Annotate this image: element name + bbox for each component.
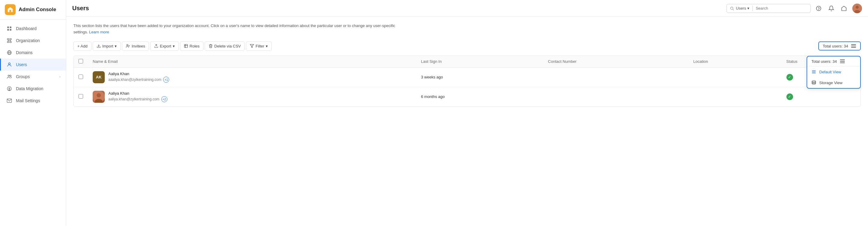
dashboard-icon	[6, 26, 12, 32]
filter-chevron-icon: ▾	[266, 44, 268, 48]
search-icon	[730, 6, 734, 10]
svg-rect-4	[10, 29, 11, 31]
sidebar-item-organization[interactable]: Organization	[0, 35, 66, 47]
row2-contact	[543, 87, 689, 106]
svg-point-40	[812, 80, 816, 82]
sidebar-item-organization-label: Organization	[16, 38, 40, 43]
svg-point-42	[97, 93, 101, 98]
row2-user-email: aaliya.khan@zylkertraining.com +2	[108, 96, 167, 102]
view-menu-button[interactable]	[850, 44, 857, 48]
roles-button[interactable]: Roles	[180, 41, 204, 51]
page-title: Users	[72, 5, 89, 12]
select-all-header[interactable]	[74, 56, 88, 68]
export-icon	[154, 44, 158, 48]
view-dropdown-total-label: Total users: 34	[811, 59, 837, 64]
add-button[interactable]: + Add	[73, 41, 92, 51]
export-button-label: Export	[160, 44, 171, 48]
logo-icon	[5, 4, 16, 15]
sidebar-nav: Dashboard Organization	[0, 20, 66, 226]
sidebar-item-domains-label: Domains	[16, 50, 32, 55]
delete-csv-icon	[209, 44, 213, 48]
row2-location	[688, 87, 781, 106]
search-divider	[752, 6, 753, 11]
view-dropdown-close-icon[interactable]	[839, 59, 845, 64]
row1-contact	[543, 67, 689, 87]
svg-rect-7	[7, 41, 9, 43]
export-button[interactable]: Export ▾	[150, 41, 179, 51]
row1-user-cell[interactable]: AK Aaliya Khan aaaliya.khan@zylkertraini…	[88, 67, 416, 87]
total-users-display: Total users: 34	[818, 41, 861, 50]
default-view-label: Default View	[819, 70, 841, 74]
search-scope-label: Users	[736, 6, 746, 10]
import-button[interactable]: Import ▾	[93, 41, 121, 51]
svg-point-15	[8, 63, 10, 65]
content-area: This section lists the users that have b…	[66, 17, 868, 226]
row2-email-badge[interactable]: +2	[161, 96, 167, 102]
row2-status-icon: ✓	[786, 93, 793, 100]
svg-point-21	[731, 7, 733, 9]
sidebar-item-data-migration[interactable]: Data Migration	[0, 83, 66, 95]
users-icon	[6, 62, 12, 68]
roles-icon	[184, 44, 188, 48]
search-bar[interactable]: Users ▾	[726, 4, 811, 13]
user-avatar[interactable]	[852, 4, 862, 13]
svg-rect-3	[7, 29, 9, 31]
row1-checkbox-cell[interactable]	[74, 67, 88, 87]
invitees-icon	[126, 44, 130, 48]
page-description: This section lists the users that have b…	[73, 23, 404, 35]
sidebar-item-domains[interactable]: Domains	[0, 47, 66, 59]
row2-user-name[interactable]: Aaliya Khan	[108, 91, 167, 96]
svg-point-29	[127, 44, 128, 46]
view-dropdown-header: Total users: 34	[807, 57, 860, 66]
topbar-icons	[814, 4, 862, 13]
default-view-option[interactable]: Default View	[807, 66, 860, 77]
invitees-button[interactable]: Invitees	[122, 41, 149, 51]
learn-more-link[interactable]: Learn more	[89, 30, 109, 34]
row2-status: ✓	[782, 87, 861, 106]
sidebar-item-mail-settings[interactable]: Mail Settings	[0, 95, 66, 107]
search-input[interactable]	[756, 6, 807, 10]
mail-settings-icon	[6, 98, 12, 104]
svg-rect-0	[9, 10, 11, 12]
delete-csv-button[interactable]: Delete via CSV	[205, 41, 245, 51]
search-scope-dropdown-arrow: ▾	[747, 6, 749, 10]
svg-point-16	[8, 75, 10, 77]
import-button-label: Import	[102, 44, 114, 48]
total-users-label: Total users: 34	[823, 44, 848, 48]
sidebar-item-users[interactable]: Users	[0, 59, 66, 71]
sidebar-item-dashboard[interactable]: Dashboard	[0, 23, 66, 35]
row2-user-cell[interactable]: Aaliya Khan aaliya.khan@zylkertraining.c…	[88, 87, 416, 106]
row2-checkbox-cell[interactable]	[74, 87, 88, 106]
bell-icon[interactable]	[827, 4, 836, 13]
row1-email-badge[interactable]: +1	[163, 77, 169, 83]
select-all-checkbox[interactable]	[79, 59, 83, 64]
row1-user-email: aaaliya.khan@zylkertraining.com +1	[108, 77, 169, 83]
row1-avatar: AK	[93, 71, 105, 83]
delete-csv-button-label: Delete via CSV	[214, 44, 241, 48]
svg-rect-6	[10, 38, 11, 40]
domains-icon	[6, 49, 12, 55]
topbar: Users Users ▾	[66, 0, 868, 17]
table-row: AK Aaliya Khan aaaliya.khan@zylkertraini…	[74, 67, 861, 87]
toolbar: + Add Import ▾ Invitees	[73, 41, 861, 51]
sidebar-item-groups[interactable]: Groups ›	[0, 71, 66, 83]
invitees-button-label: Invitees	[131, 44, 145, 48]
filter-button[interactable]: Filter ▾	[246, 41, 272, 51]
last-sign-in-header: Last Sign In	[416, 56, 543, 68]
row1-checkbox[interactable]	[79, 75, 83, 79]
home-icon[interactable]	[840, 4, 848, 13]
row1-location	[688, 67, 781, 87]
help-icon[interactable]	[814, 4, 823, 13]
import-chevron-icon: ▾	[115, 44, 117, 48]
sidebar-item-dashboard-label: Dashboard	[16, 26, 37, 31]
storage-view-label: Storage View	[819, 80, 842, 85]
default-view-icon	[811, 69, 816, 74]
row2-checkbox[interactable]	[79, 94, 83, 99]
svg-line-22	[733, 9, 734, 10]
contact-number-header: Contact Number	[543, 56, 689, 68]
row1-user-name[interactable]: Aaliya Khan	[108, 72, 169, 76]
storage-view-option[interactable]: Storage View	[807, 77, 860, 88]
row1-last-sign-in: 3 weeks ago	[416, 67, 543, 87]
search-scope-selector[interactable]: Users ▾	[736, 6, 749, 10]
row2-avatar	[93, 91, 105, 103]
